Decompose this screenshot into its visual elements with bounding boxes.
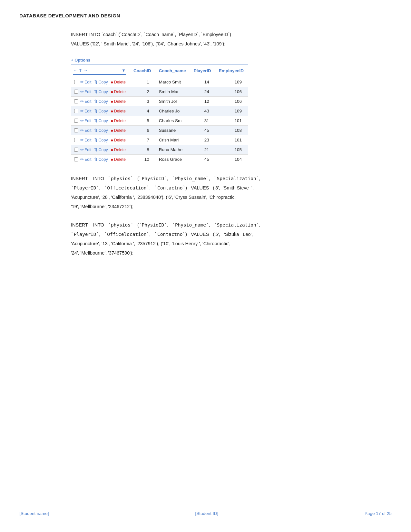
delete-icon: ● — [111, 118, 113, 123]
copy-button[interactable]: Copy — [99, 80, 108, 84]
copy-button[interactable]: Copy — [99, 119, 108, 123]
edit-button[interactable]: ✏ Edit — [80, 128, 92, 133]
delete-button[interactable]: ● Delete — [111, 118, 126, 123]
pencil-icon: ✏ — [80, 99, 84, 104]
delete-icon: ● — [111, 137, 113, 143]
cell-coachname: Charles Sm — [156, 116, 191, 126]
delete-button[interactable]: ● Delete — [111, 79, 126, 85]
delete-label[interactable]: Delete — [114, 80, 126, 84]
page-title: DATABASE DEVELOPMENT AND DESIGN — [19, 13, 392, 18]
footer: [Student name] [Student ID] Page 17 of 2… — [19, 511, 392, 516]
edit-button[interactable]: ✏ Edit — [80, 138, 92, 142]
pencil-icon: ✏ — [80, 80, 84, 84]
edit-label[interactable]: Edit — [84, 80, 92, 84]
delete-label[interactable]: Delete — [114, 138, 126, 142]
row-checkbox[interactable] — [74, 99, 78, 103]
cell-coachname: Marco Smit — [156, 77, 191, 87]
table-section: + Options ← T → ▼ CoachID Coach_name Pla… — [71, 58, 392, 164]
delete-label[interactable]: Delete — [114, 99, 126, 104]
edit-label[interactable]: Edit — [84, 99, 92, 104]
cell-employeeid: 108 — [216, 126, 248, 135]
edit-label[interactable]: Edit — [84, 157, 92, 162]
cell-playerid: 23 — [191, 135, 216, 145]
copy-button[interactable]: Copy — [99, 138, 108, 142]
row-checkbox[interactable] — [74, 80, 78, 84]
delete-button[interactable]: ● Delete — [111, 128, 126, 133]
delete-button[interactable]: ● Delete — [111, 147, 126, 152]
footer-page: Page 17 of 25 — [365, 511, 392, 516]
sort-icon[interactable]: ⇅ — [94, 157, 98, 162]
row-checkbox[interactable] — [74, 90, 78, 94]
edit-label[interactable]: Edit — [84, 119, 92, 123]
pencil-icon: ✏ — [80, 147, 84, 152]
edit-label[interactable]: Edit — [84, 148, 92, 152]
cell-employeeid: 106 — [216, 87, 248, 97]
filter-icon[interactable]: ▼ — [122, 68, 126, 73]
table-header-row: ← T → ▼ CoachID Coach_name PlayerID Empl… — [71, 64, 248, 77]
delete-button[interactable]: ● Delete — [111, 89, 126, 94]
cell-playerid: 31 — [191, 116, 216, 126]
copy-button[interactable]: Copy — [99, 99, 108, 104]
cell-employeeid: 106 — [216, 97, 248, 106]
edit-label[interactable]: Edit — [84, 128, 92, 133]
nav-forward-arrow[interactable]: → — [83, 68, 88, 73]
edit-button[interactable]: ✏ Edit — [80, 99, 92, 104]
sort-icon[interactable]: ⇅ — [94, 89, 98, 94]
sort-icon[interactable]: ⇅ — [94, 109, 98, 113]
sort-icon[interactable]: ⇅ — [94, 80, 98, 84]
nav-back-arrow[interactable]: ← — [73, 68, 77, 73]
cell-coachid: 8 — [130, 145, 156, 155]
sort-icon[interactable]: ⇅ — [94, 118, 98, 123]
row-checkbox[interactable] — [74, 148, 78, 152]
cell-coachname: Charles Jo — [156, 106, 191, 116]
sort-icon[interactable]: ⇅ — [94, 138, 98, 142]
copy-button[interactable]: Copy — [99, 90, 108, 94]
pencil-icon: ✏ — [80, 157, 84, 162]
edit-button[interactable]: ✏ Edit — [80, 118, 92, 123]
edit-label[interactable]: Edit — [84, 90, 92, 94]
copy-button[interactable]: Copy — [99, 157, 108, 162]
cell-playerid: 24 — [191, 87, 216, 97]
table-row: ✏ Edit ⇅ Copy ● Delete 6Sussane45108 — [71, 126, 248, 135]
row-checkbox[interactable] — [74, 119, 78, 123]
delete-button[interactable]: ● Delete — [111, 137, 126, 143]
delete-button[interactable]: ● Delete — [111, 108, 126, 114]
cell-playerid: 14 — [191, 77, 216, 87]
sort-icon[interactable]: ⇅ — [94, 128, 98, 133]
copy-button[interactable]: Copy — [99, 128, 108, 133]
delete-button[interactable]: ● Delete — [111, 99, 126, 104]
delete-label[interactable]: Delete — [114, 148, 126, 152]
cell-employeeid: 105 — [216, 145, 248, 155]
delete-icon: ● — [111, 79, 113, 85]
delete-button[interactable]: ● Delete — [111, 157, 126, 162]
cell-coachid: 7 — [130, 135, 156, 145]
edit-button[interactable]: ✏ Edit — [80, 109, 92, 113]
edit-button[interactable]: ✏ Edit — [80, 80, 92, 84]
delete-icon: ● — [111, 89, 113, 94]
delete-label[interactable]: Delete — [114, 157, 126, 162]
sort-icon[interactable]: ⇅ — [94, 147, 98, 152]
row-checkbox[interactable] — [74, 128, 78, 132]
delete-label[interactable]: Delete — [114, 109, 126, 113]
edit-button[interactable]: ✏ Edit — [80, 89, 92, 94]
cell-coachid: 1 — [130, 77, 156, 87]
delete-label[interactable]: Delete — [114, 90, 126, 94]
edit-button[interactable]: ✏ Edit — [80, 157, 92, 162]
edit-label[interactable]: Edit — [84, 109, 92, 113]
row-checkbox[interactable] — [74, 157, 78, 161]
col-header-playerid: PlayerID — [191, 64, 216, 77]
sort-icon[interactable]: ⇅ — [94, 99, 98, 104]
copy-button[interactable]: Copy — [99, 148, 108, 152]
row-checkbox[interactable] — [74, 138, 78, 142]
cell-employeeid: 101 — [216, 116, 248, 126]
edit-label[interactable]: Edit — [84, 138, 92, 142]
row-checkbox[interactable] — [74, 109, 78, 113]
delete-label[interactable]: Delete — [114, 128, 126, 133]
delete-label[interactable]: Delete — [114, 119, 126, 123]
copy-button[interactable]: Copy — [99, 109, 108, 113]
options-bar[interactable]: + Options — [71, 58, 392, 63]
cell-coachid: 10 — [130, 155, 156, 164]
edit-button[interactable]: ✏ Edit — [80, 147, 92, 152]
cell-coachname: Runa Mathe — [156, 145, 191, 155]
cell-coachname: Sussane — [156, 126, 191, 135]
